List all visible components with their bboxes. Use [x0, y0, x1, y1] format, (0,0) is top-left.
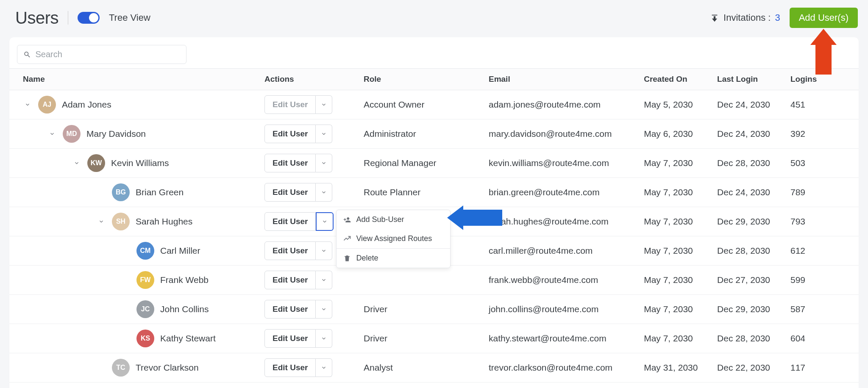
- row-actions-dropdown-button[interactable]: [316, 358, 332, 377]
- chevron-down-icon: [321, 189, 327, 195]
- row-actions-dropdown-button[interactable]: [316, 183, 332, 202]
- chevron-down-icon: [321, 277, 327, 283]
- invitations-link[interactable]: Invitations : 3: [710, 12, 780, 23]
- col-actions: Actions: [259, 69, 359, 90]
- cell-logins: 599: [785, 266, 859, 295]
- users-panel: Name Actions Role Email Created On Last …: [9, 37, 859, 388]
- add-user-button[interactable]: Add User(s): [790, 8, 858, 28]
- add-user-icon: [343, 216, 351, 224]
- edit-user-button[interactable]: Edit User: [264, 183, 316, 202]
- trash-icon: [343, 255, 351, 262]
- table-footer-row: 10 records found: [9, 382, 859, 388]
- user-name: Kevin Williams: [111, 158, 169, 168]
- user-name: Mary Davidson: [86, 129, 146, 139]
- search-icon: [23, 50, 31, 59]
- row-actions-dropdown-button[interactable]: [316, 212, 334, 231]
- user-name: John Collins: [160, 304, 209, 314]
- chevron-down-icon: [321, 365, 327, 371]
- cell-logins: 503: [785, 149, 859, 178]
- edit-user-button[interactable]: Edit User: [264, 212, 316, 231]
- user-name: Adam Jones: [62, 100, 111, 110]
- cell-role: Administrator: [359, 119, 484, 149]
- edit-user-button[interactable]: Edit User: [264, 358, 316, 377]
- row-actions-dropdown-button[interactable]: [316, 154, 332, 172]
- cell-created: May 7, 2030: [639, 324, 712, 353]
- cell-email: brian.green@route4me.com: [484, 178, 639, 207]
- edit-user-button[interactable]: Edit User: [264, 154, 316, 172]
- cell-role: Regional Manager: [359, 149, 484, 178]
- row-actions-dropdown-button[interactable]: [316, 329, 332, 348]
- table-row: MDMary DavidsonEdit UserAdministratormar…: [9, 119, 859, 149]
- cell-email: kevin.williams@route4me.com: [484, 149, 639, 178]
- user-name: Brian Green: [136, 187, 184, 197]
- cell-logins: 793: [785, 207, 859, 236]
- cell-created: May 6, 2030: [639, 119, 712, 149]
- avatar: BG: [112, 183, 130, 201]
- cell-last_login: Dec 27, 2030: [712, 266, 785, 295]
- col-email: Email: [484, 69, 639, 90]
- row-actions-dropdown-button[interactable]: [316, 125, 332, 143]
- cell-created: May 7, 2030: [639, 207, 712, 236]
- table-header-row: Name Actions Role Email Created On Last …: [9, 69, 859, 90]
- cell-email: sarah.hughes@route4me.com: [484, 207, 639, 236]
- cell-last_login: Dec 28, 2030: [712, 149, 785, 178]
- dropdown-delete[interactable]: Delete: [337, 249, 450, 268]
- user-name: Carl Miller: [160, 246, 200, 256]
- invitations-label: Invitations :: [723, 12, 771, 23]
- cell-created: May 5, 2030: [639, 90, 712, 119]
- search-input-wrap: [17, 45, 186, 64]
- table-row: KWKevin WilliamsEdit UserRegional Manage…: [9, 149, 859, 178]
- cell-logins: 612: [785, 236, 859, 266]
- expand-chevron-icon: [121, 275, 131, 285]
- expand-chevron-icon[interactable]: [23, 100, 32, 109]
- edit-user-button[interactable]: Edit User: [264, 300, 316, 319]
- edit-user-button[interactable]: Edit User: [264, 271, 316, 289]
- row-actions-dropdown-button[interactable]: [316, 241, 332, 260]
- edit-user-button[interactable]: Edit User: [264, 241, 316, 260]
- cell-logins: 587: [785, 295, 859, 324]
- table-row: KSKathy StewartEdit UserDriverkathy.stew…: [9, 324, 859, 353]
- dropdown-view-routes[interactable]: View Assigned Routes: [337, 229, 450, 248]
- row-actions-dropdown-button[interactable]: [316, 271, 332, 289]
- chevron-down-icon: [321, 102, 327, 108]
- cell-role: Account Owner: [359, 90, 484, 119]
- cell-email: mary.davidson@route4me.com: [484, 119, 639, 149]
- avatar: AJ: [38, 96, 56, 114]
- cell-role: Analyst: [359, 353, 484, 382]
- expand-chevron-icon: [121, 305, 131, 314]
- cell-email: carl.miller@route4me.com: [484, 236, 639, 266]
- user-name: Sarah Hughes: [136, 216, 192, 227]
- cell-logins: 451: [785, 90, 859, 119]
- avatar: MD: [63, 125, 81, 143]
- expand-chevron-icon[interactable]: [72, 158, 81, 168]
- cell-last_login: Dec 24, 2030: [712, 119, 785, 149]
- search-input[interactable]: [35, 50, 180, 59]
- annotation-arrow-red: [810, 29, 837, 75]
- cell-last_login: Dec 22, 2030: [712, 353, 785, 382]
- expand-chevron-icon[interactable]: [97, 217, 106, 226]
- cell-last_login: Dec 24, 2030: [712, 178, 785, 207]
- edit-user-button[interactable]: Edit User: [264, 329, 316, 348]
- cell-email: john.collins@route4me.com: [484, 295, 639, 324]
- tree-view-label: Tree View: [109, 12, 150, 23]
- col-role: Role: [359, 69, 484, 90]
- annotation-arrow-blue: [447, 205, 502, 230]
- cell-created: May 7, 2030: [639, 178, 712, 207]
- col-created: Created On: [639, 69, 712, 90]
- cell-created: May 7, 2030: [639, 149, 712, 178]
- dropdown-delete-label: Delete: [356, 254, 378, 263]
- cell-created: May 7, 2030: [639, 236, 712, 266]
- expand-chevron-icon[interactable]: [47, 129, 57, 139]
- edit-user-button[interactable]: Edit User: [264, 125, 316, 143]
- row-actions-dropdown-button[interactable]: [316, 300, 332, 319]
- tree-view-toggle[interactable]: [78, 12, 100, 24]
- chevron-down-icon: [322, 219, 328, 224]
- row-actions-dropdown-button[interactable]: [316, 95, 332, 114]
- cell-logins: 789: [785, 178, 859, 207]
- dropdown-add-sub-user[interactable]: Add Sub-User: [337, 210, 450, 229]
- expand-chevron-icon: [97, 188, 106, 197]
- route-icon: [343, 235, 351, 243]
- cell-logins: 117: [785, 353, 859, 382]
- cell-last_login: Dec 28, 2030: [712, 236, 785, 266]
- edit-user-button[interactable]: Edit User: [264, 95, 316, 114]
